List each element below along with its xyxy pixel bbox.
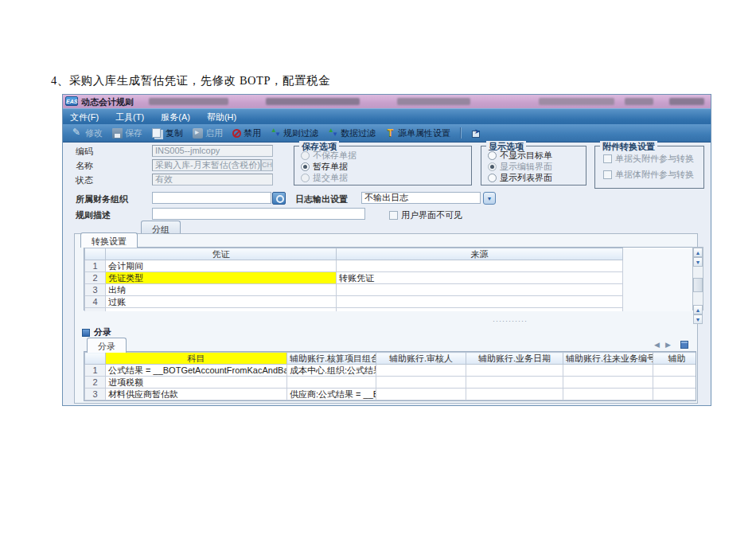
copy-icon bbox=[152, 128, 161, 138]
disable-button[interactable]: 禁用 bbox=[232, 127, 261, 139]
language-badge[interactable]: CH bbox=[261, 159, 273, 171]
doc-header-table: 凭证 来源 1 会计期间 2 凭证类型 转账凭证 3 bbox=[84, 247, 693, 310]
pencil-icon bbox=[72, 128, 83, 139]
scroll-down-icon[interactable]: ▼ bbox=[693, 314, 703, 324]
radio-temp-save[interactable]: 暂存单据 bbox=[301, 161, 348, 173]
radio-icon bbox=[301, 151, 310, 160]
rule-desc-label: 规则描述 bbox=[76, 209, 111, 221]
radio-list-view[interactable]: 显示列表界面 bbox=[488, 172, 552, 184]
exit-icon bbox=[471, 128, 483, 139]
table-row: 1 公式结果 = __BOTGetAccountFromKacAndBas...… bbox=[85, 365, 697, 377]
checkbox-header-attachment[interactable]: 单据头附件参与转换 bbox=[603, 153, 694, 165]
filter-icon bbox=[271, 128, 281, 139]
col-header-subject: 科目 bbox=[106, 353, 287, 365]
scroll-down-icon[interactable]: ▼ bbox=[693, 257, 703, 267]
log-output-select[interactable]: 不输出日志 bbox=[361, 192, 481, 204]
radio-no-target[interactable]: 不显示目标单 bbox=[488, 150, 552, 162]
status-field: 有效 bbox=[152, 174, 273, 185]
checkbox-body-attachment[interactable]: 单据体附件参与转换 bbox=[603, 169, 694, 181]
checkbox-ui-invisible[interactable]: 用户界面不可见 bbox=[389, 209, 462, 221]
attachment-options-group: 附件转换设置 单据头附件参与转换 单据体附件参与转换 bbox=[594, 146, 704, 189]
redacted-artifact bbox=[266, 98, 360, 105]
cell-subject[interactable]: 进项税额 bbox=[106, 377, 287, 389]
radio-no-save[interactable]: 不保存单据 bbox=[301, 150, 357, 162]
cell-item-combo[interactable]: 成本中心.组织:公式结果 ... bbox=[287, 365, 376, 377]
eas-app-icon: EAS bbox=[65, 96, 78, 106]
exit-button[interactable] bbox=[471, 128, 485, 139]
code-field[interactable]: INS005--jmlcopy bbox=[152, 145, 273, 157]
property-icon: T bbox=[385, 128, 396, 139]
col-header-biz-date: 辅助账行.业务日期 bbox=[466, 353, 563, 365]
cell-subject[interactable]: 材料供应商暂估款 bbox=[106, 389, 287, 400]
menu-tools[interactable]: 工具(T) bbox=[108, 109, 151, 123]
finance-org-field[interactable] bbox=[152, 192, 271, 204]
collapse-icon[interactable] bbox=[82, 329, 90, 337]
save-icon bbox=[112, 128, 123, 139]
tab-entries[interactable]: 分录 bbox=[87, 338, 127, 353]
cell-source[interactable] bbox=[337, 284, 623, 296]
redacted-artifact bbox=[539, 98, 614, 105]
finance-org-label: 所属财务组织 bbox=[76, 193, 128, 205]
copy-button[interactable]: 复制 bbox=[152, 127, 183, 139]
menu-service[interactable]: 服务(A) bbox=[154, 109, 197, 123]
entry-list-icon[interactable] bbox=[680, 341, 688, 349]
name-field[interactable]: 采购入库-月末暂估(含税价) bbox=[152, 159, 261, 171]
table-row: 3 材料供应商暂估款 供应商:公式结果 = __B... bbox=[85, 389, 697, 400]
dropdown-arrow-icon[interactable]: ▼ bbox=[483, 192, 496, 205]
cell-item-combo[interactable]: 供应商:公式结果 = __B... bbox=[287, 389, 376, 400]
save-button[interactable]: 保存 bbox=[112, 127, 142, 139]
rule-filter-button[interactable]: 规则过滤 bbox=[271, 127, 318, 139]
radio-edit-view[interactable]: 显示编辑界面 bbox=[488, 161, 552, 173]
cell-voucher[interactable]: 凭证类型 bbox=[106, 272, 337, 284]
col-header-item-combo: 辅助账行.核算项目组合 bbox=[287, 353, 376, 365]
redacted-artifact bbox=[397, 98, 470, 105]
doc-header-scrollbar[interactable]: ▲ ▼ ▲ ▼ bbox=[692, 247, 703, 310]
corner-header bbox=[85, 353, 106, 365]
radio-submit[interactable]: 提交单据 bbox=[301, 172, 348, 184]
name-label: 名称 bbox=[76, 160, 93, 172]
prev-entry-icon[interactable]: ◀ bbox=[654, 341, 660, 349]
cell-subject[interactable]: 公式结果 = __BOTGetAccountFromKacAndBas... bbox=[106, 365, 287, 377]
rule-desc-field[interactable] bbox=[152, 208, 365, 220]
cell-voucher[interactable]: 会计期间 bbox=[106, 260, 337, 272]
modify-button[interactable]: 修改 bbox=[72, 127, 103, 139]
table-row: 2 凭证类型 转账凭证 bbox=[85, 272, 693, 284]
page-caption: 4、采购入库生成暂估凭证，先修改 BOTP，配置税金 bbox=[51, 73, 330, 88]
cell-voucher[interactable]: 过账 bbox=[106, 296, 337, 308]
tool-bar: 修改 保存 复制 启用 禁用 规则过滤 数据过滤 T源单属性设置 bbox=[63, 124, 711, 143]
col-header-biz-number: 辅助账行.往来业务编号 bbox=[563, 353, 653, 365]
menu-file[interactable]: 文件(F) bbox=[63, 109, 106, 123]
cell-source[interactable]: 转账凭证 bbox=[337, 272, 623, 284]
cell-voucher[interactable]: 出纳 bbox=[106, 284, 337, 296]
table-row: 3 出纳 bbox=[85, 284, 693, 296]
radio-icon bbox=[488, 162, 497, 171]
enable-button[interactable]: 启用 bbox=[193, 127, 223, 139]
cell-source[interactable] bbox=[337, 296, 623, 308]
save-options-group: 保存选项 不保存单据 暂存单据 提交单据 bbox=[294, 146, 472, 185]
menu-help[interactable]: 帮助(H) bbox=[200, 109, 244, 123]
source-property-button[interactable]: T源单属性设置 bbox=[385, 127, 450, 139]
filter-icon bbox=[328, 128, 338, 139]
radio-icon bbox=[488, 151, 497, 160]
col-header-source: 来源 bbox=[337, 248, 623, 260]
org-lookup-button[interactable] bbox=[272, 192, 286, 205]
enable-icon bbox=[193, 128, 203, 139]
tab-conversion-settings[interactable]: 转换设置 bbox=[80, 232, 138, 248]
col-header-clipped: 辅助 bbox=[653, 353, 697, 365]
splitter-handle[interactable]: ··········· bbox=[493, 318, 528, 323]
display-options-group: 显示选项 不显示目标单 显示编辑界面 显示列表界面 bbox=[481, 146, 586, 185]
scroll-thumb[interactable] bbox=[693, 278, 703, 292]
scroll-up-icon[interactable]: ▲ bbox=[693, 248, 703, 257]
table-row: 1 会计期间 bbox=[85, 260, 693, 272]
log-output-label: 日志输出设置 bbox=[295, 193, 348, 205]
redacted-artifact bbox=[669, 98, 704, 105]
data-filter-button[interactable]: 数据过滤 bbox=[328, 127, 376, 139]
next-entry-icon[interactable]: ▶ bbox=[665, 341, 671, 349]
scroll-up-icon[interactable]: ▲ bbox=[693, 305, 703, 314]
table-row-clipped bbox=[85, 308, 693, 312]
cell-source[interactable] bbox=[337, 260, 623, 272]
code-label: 编码 bbox=[76, 146, 93, 158]
window-titlebar[interactable]: EAS 动态会计规则 bbox=[63, 95, 711, 108]
col-header-voucher: 凭证 bbox=[106, 248, 337, 260]
cell-item-combo[interactable] bbox=[287, 377, 376, 389]
